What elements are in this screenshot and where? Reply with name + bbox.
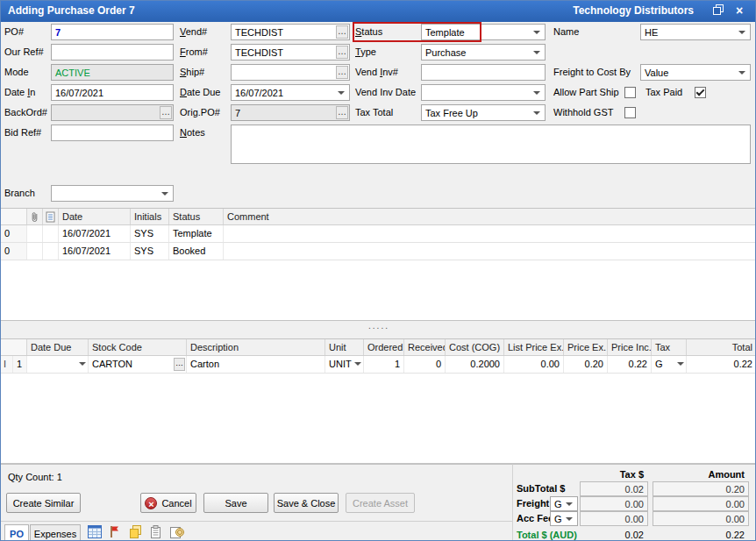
log-status-cell[interactable]: Template bbox=[169, 225, 224, 242]
item-col-ordered[interactable]: Ordered bbox=[364, 339, 404, 355]
log-row-selector[interactable]: 0 bbox=[1, 225, 27, 242]
type-combo[interactable]: Purchase bbox=[421, 44, 546, 61]
item-col-list-price-ex[interactable]: List Price Ex. bbox=[504, 339, 564, 355]
save-and-close-button[interactable]: Save & Close bbox=[274, 493, 339, 513]
tax-paid-checkbox[interactable] bbox=[695, 87, 706, 98]
item-cost-cog-cell[interactable]: 0.2000 bbox=[446, 356, 504, 373]
date-due-combo[interactable]: 16/07/2021 bbox=[231, 84, 350, 101]
item-total-cell[interactable]: 0.22 bbox=[687, 356, 756, 373]
freight-tax-dropdown-icon[interactable] bbox=[563, 498, 576, 509]
log-row-selector[interactable]: 0 bbox=[1, 243, 27, 260]
ship-lookup-icon[interactable]: … bbox=[336, 66, 348, 79]
branch-combo[interactable] bbox=[51, 185, 174, 202]
tab-expenses[interactable]: Expenses bbox=[30, 524, 81, 541]
vend-lookup-icon[interactable]: … bbox=[336, 25, 348, 39]
allow-part-ship-checkbox[interactable] bbox=[624, 87, 636, 98]
from-field[interactable]: TECHDIST… bbox=[231, 44, 350, 61]
backord-lookup-icon[interactable]: … bbox=[160, 106, 172, 119]
item-description-cell[interactable]: Carton bbox=[187, 356, 325, 373]
item-price-ex-cell[interactable]: 0.20 bbox=[564, 356, 608, 373]
freight-cost-by-dropdown-icon[interactable] bbox=[736, 66, 749, 79]
create-similar-button[interactable]: Create Similar bbox=[6, 493, 81, 513]
withhold-gst-checkbox[interactable] bbox=[624, 107, 636, 118]
item-col-received[interactable]: Received bbox=[404, 339, 446, 355]
log-note-cell[interactable] bbox=[43, 225, 59, 242]
item-date-due-dropdown-icon[interactable] bbox=[79, 362, 86, 369]
bid-ref-field[interactable] bbox=[51, 125, 174, 141]
log-attach-cell[interactable] bbox=[27, 225, 43, 242]
orig-po-lookup-icon[interactable]: … bbox=[336, 106, 348, 119]
item-row-selector-header[interactable] bbox=[1, 339, 27, 355]
type-dropdown-icon[interactable] bbox=[531, 46, 544, 59]
item-ordered-cell[interactable]: 1 bbox=[364, 356, 404, 373]
freight-cost-by-combo[interactable]: Value bbox=[640, 64, 751, 81]
cancel-button[interactable]: ×Cancel bbox=[140, 493, 196, 513]
vend-field[interactable]: TECHDIST… bbox=[231, 24, 350, 40]
notes-field[interactable] bbox=[231, 125, 751, 164]
item-col-price-inc[interactable]: Price Inc. bbox=[608, 339, 652, 355]
from-lookup-icon[interactable]: … bbox=[336, 46, 348, 59]
save-button[interactable]: Save bbox=[203, 493, 268, 513]
date-due-dropdown-icon[interactable] bbox=[335, 86, 348, 99]
ship-field[interactable]: … bbox=[231, 64, 350, 81]
log-col-comment[interactable]: Comment bbox=[224, 209, 756, 224]
close-icon[interactable]: × bbox=[731, 4, 748, 19]
item-col-tax[interactable]: Tax bbox=[652, 339, 687, 355]
log-date-cell[interactable]: 16/07/2021 bbox=[59, 225, 131, 242]
item-col-stock-code[interactable]: Stock Code bbox=[89, 339, 187, 355]
item-price-inc-cell[interactable]: 0.22 bbox=[608, 356, 652, 373]
backord-field[interactable]: … bbox=[51, 104, 174, 121]
report-icon[interactable] bbox=[88, 525, 103, 540]
item-col-price-ex[interactable]: Price Ex. bbox=[564, 339, 608, 355]
status-combo[interactable]: Template bbox=[421, 24, 546, 40]
log-col-initials[interactable]: Initials bbox=[131, 209, 169, 224]
log-row[interactable]: 0 16/07/2021 SYS Booked bbox=[1, 243, 756, 260]
item-date-due-cell[interactable] bbox=[27, 356, 89, 373]
clipboard-icon[interactable] bbox=[150, 525, 166, 540]
log-comment-cell[interactable] bbox=[224, 243, 756, 260]
item-col-cost-cog[interactable]: Cost (COG) bbox=[446, 339, 504, 355]
item-stock-lookup-icon[interactable]: … bbox=[174, 358, 185, 371]
vend-inv-field[interactable] bbox=[421, 64, 546, 81]
acc-fee-tax-code-combo[interactable]: G bbox=[550, 511, 578, 526]
item-tax-dropdown-icon[interactable] bbox=[677, 362, 684, 369]
log-attach-cell[interactable] bbox=[27, 243, 43, 260]
stamp-icon[interactable] bbox=[170, 525, 186, 540]
item-unit-dropdown-icon[interactable] bbox=[354, 362, 361, 369]
log-date-cell[interactable]: 16/07/2021 bbox=[59, 243, 131, 260]
item-stock-code-cell[interactable]: CARTON… bbox=[89, 356, 187, 373]
tab-po[interactable]: PO bbox=[4, 524, 29, 541]
log-col-date[interactable]: Date bbox=[59, 209, 131, 224]
log-row-selector-header[interactable] bbox=[1, 209, 27, 224]
orig-po-field[interactable]: 7… bbox=[231, 104, 350, 121]
log-initials-cell[interactable]: SYS bbox=[131, 243, 169, 260]
freight-tax-code-combo[interactable]: G bbox=[550, 496, 578, 511]
item-col-description[interactable]: Description bbox=[187, 339, 325, 355]
item-row[interactable]: I 1 CARTON… Carton UNIT 1 0 0.2000 0.00 … bbox=[1, 356, 756, 374]
log-status-cell[interactable]: Booked bbox=[169, 243, 224, 260]
po-field[interactable]: 7 bbox=[51, 24, 174, 40]
restore-icon[interactable] bbox=[710, 4, 727, 19]
copy-icon[interactable] bbox=[129, 525, 145, 540]
item-col-unit[interactable]: Unit bbox=[325, 339, 364, 355]
item-list-price-ex-cell[interactable]: 0.00 bbox=[504, 356, 564, 373]
name-combo[interactable]: HE bbox=[640, 24, 751, 40]
tax-total-dropdown-icon[interactable] bbox=[531, 106, 544, 119]
log-note-cell[interactable] bbox=[43, 243, 59, 260]
item-col-total[interactable]: Total bbox=[687, 339, 756, 355]
acc-fee-tax-dropdown-icon[interactable] bbox=[563, 513, 576, 524]
tax-total-combo[interactable]: Tax Free Up bbox=[421, 104, 546, 121]
vend-inv-date-dropdown-icon[interactable] bbox=[531, 86, 544, 99]
item-received-cell[interactable]: 0 bbox=[404, 356, 446, 373]
item-col-date-due[interactable]: Date Due bbox=[27, 339, 89, 355]
log-row[interactable]: 0 16/07/2021 SYS Template bbox=[1, 225, 756, 243]
item-row-number[interactable]: 1 bbox=[13, 356, 27, 373]
flag-icon[interactable] bbox=[110, 525, 125, 540]
grid-splitter[interactable]: ..... bbox=[1, 321, 756, 338]
log-initials-cell[interactable]: SYS bbox=[131, 225, 169, 242]
branch-dropdown-icon[interactable] bbox=[159, 187, 172, 200]
attachment-column-header[interactable] bbox=[27, 209, 43, 224]
vend-inv-date-combo[interactable] bbox=[421, 84, 546, 101]
note-column-header[interactable] bbox=[43, 209, 59, 224]
item-unit-cell[interactable]: UNIT bbox=[325, 356, 364, 373]
